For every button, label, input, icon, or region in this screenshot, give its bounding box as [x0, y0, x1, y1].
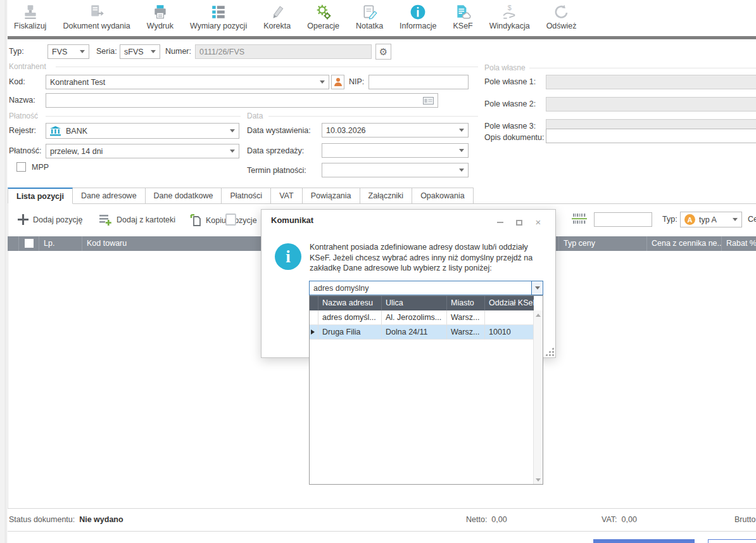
numeration-settings-button[interactable]: ⚙ — [375, 44, 391, 60]
ksef-button[interactable]: KSeF — [453, 0, 472, 30]
platnosc-combobox[interactable]: przelew, 14 dni — [46, 144, 239, 158]
data-group-label: Data — [247, 112, 267, 120]
kontrahent-kod-combobox[interactable]: Kontrahent Test — [46, 75, 329, 89]
notatka-button[interactable]: Notatka — [356, 0, 383, 30]
odswiez-button[interactable]: Odśwież — [546, 0, 577, 30]
add-from-catalog-label: Dodaj z kartoteki — [117, 215, 175, 224]
scroll-up-icon[interactable] — [534, 310, 543, 319]
wydruk-button[interactable]: Wydruk — [147, 0, 173, 30]
nazwa-input[interactable] — [46, 93, 438, 108]
copy-icon — [190, 214, 201, 226]
minimize-icon[interactable] — [496, 219, 505, 226]
chevron-down-icon — [230, 150, 235, 153]
wydruk-label: Wydruk — [147, 22, 173, 30]
opis-dokumentu-input[interactable] — [546, 129, 756, 143]
resize-grip[interactable] — [545, 347, 554, 356]
document-status-value: Nie wydano — [79, 515, 123, 524]
tab-dane-dodatkowe[interactable]: Dane dodatkowe — [146, 188, 222, 204]
address-grid-header-ulica[interactable]: Ulica — [382, 296, 447, 310]
application-window: Fiskalizuj Dokument wydania Wydruk Wymia… — [0, 0, 756, 543]
dialog-message: Kontrahent posiada zdefiniowane adresy d… — [310, 242, 549, 274]
secondary-action-button-partial[interactable] — [708, 539, 756, 543]
document-status: Status dokumentu: Nie wydano — [9, 513, 123, 527]
numer-label: Numer: — [165, 44, 191, 59]
svg-text:$: $ — [507, 4, 511, 11]
cell-ulica: Al. Jerozolims... — [382, 310, 447, 325]
primary-action-button-partial[interactable] — [593, 539, 695, 543]
person-icon — [334, 77, 343, 87]
tab-zalaczniki[interactable]: Załączniki — [360, 188, 413, 204]
rejestr-value: BANK — [66, 127, 87, 136]
copy-positions-button[interactable]: Kopiuj pozycje — [190, 214, 257, 226]
document-status-label: Status dokumentu: — [9, 515, 75, 524]
data-wystawienia-label: Data wystawienia: — [247, 124, 311, 138]
fiskalizuj-button[interactable]: Fiskalizuj — [14, 0, 46, 30]
termin-platnosci-picker[interactable] — [322, 163, 469, 177]
nip-label: NIP: — [349, 75, 364, 89]
address-grid-header-miasto[interactable]: Miasto — [447, 296, 485, 310]
korekta-button[interactable]: Korekta — [263, 0, 291, 30]
operacje-button[interactable]: Operacje — [307, 0, 339, 30]
address-combobox[interactable]: adres domyślny — [309, 281, 543, 295]
tab-powiazania[interactable]: Powiązania — [303, 188, 360, 204]
rejestr-label: Rejestr: — [9, 124, 36, 138]
seria-combobox[interactable]: sFVS — [120, 44, 160, 59]
data-sprzedazy-label: Data sprzedaży: — [247, 144, 304, 158]
vat-value: 0,00 — [622, 515, 637, 524]
tab-vat[interactable]: VAT — [271, 188, 302, 204]
address-row-selected[interactable]: Druga Filia Dolna 24/11 Warsz... 10010 — [310, 325, 534, 340]
address-card-icon[interactable] — [423, 97, 434, 105]
address-row-default[interactable]: adres domyśl... Al. Jerozolims... Warsz.… — [310, 310, 534, 325]
notatka-label: Notatka — [356, 22, 383, 30]
add-position-button[interactable]: Dodaj pozycję — [18, 214, 83, 225]
typ-combobox[interactable]: FVS — [47, 44, 89, 59]
statusbar-top-line — [8, 508, 756, 509]
cell-oddzial: 10010 — [485, 325, 534, 340]
cell-nazwa: Druga Filia — [318, 325, 382, 340]
informacje-label: Informacje — [400, 22, 436, 30]
wymiary-pozycji-button[interactable]: Wymiary pozycji — [190, 0, 247, 30]
barcode-scan-icon[interactable] — [572, 212, 587, 226]
position-search-input[interactable] — [594, 212, 652, 227]
tab-lista-pozycji[interactable]: Lista pozycji — [8, 188, 73, 204]
tab-opakowania[interactable]: Opakowania — [412, 188, 474, 204]
mpp-checkbox[interactable] — [16, 162, 26, 172]
address-grid-header-oddzial[interactable]: Oddział KSeF — [485, 296, 534, 310]
typ-value: FVS — [52, 48, 67, 56]
toolbar-button-partial-icon[interactable] — [225, 214, 236, 226]
typ-label: Typ: — [9, 44, 24, 59]
windykacja-button[interactable]: $ Windykacja — [489, 0, 530, 30]
list-plus-icon — [99, 214, 112, 226]
opis-dokumentu-label: Opis dokumentu: — [484, 131, 545, 145]
address-combobox-dropdown-button[interactable] — [531, 281, 543, 295]
grid-header-cena-z-cennika[interactable]: Cena z cennika ne... — [647, 236, 722, 251]
grid-header-typ-ceny[interactable]: Typ ceny — [559, 236, 647, 251]
rejestr-combobox[interactable]: BANK — [46, 123, 239, 139]
grid-header-lp[interactable]: Lp. — [39, 236, 82, 251]
maximize-icon[interactable] — [515, 219, 524, 226]
dokument-wydania-button[interactable]: Dokument wydania — [63, 0, 130, 30]
chevron-down-icon — [459, 129, 464, 132]
address-grid-header-nazwa[interactable]: Nazwa adresu — [318, 296, 382, 310]
close-icon[interactable]: × — [534, 219, 543, 226]
numer-value: 0111/26/FVS — [199, 48, 244, 56]
gear-icon: ⚙ — [379, 46, 387, 58]
tab-platnosci[interactable]: Płatności — [222, 188, 271, 204]
address-grid-scrollbar[interactable] — [533, 310, 543, 484]
nip-input[interactable] — [369, 75, 469, 89]
bank-icon — [50, 126, 61, 136]
scroll-down-icon[interactable] — [534, 475, 543, 484]
grid-header-rabat[interactable]: Rabat % — [722, 236, 756, 251]
informacje-button[interactable]: Informacje — [400, 0, 436, 30]
windykacja-label: Windykacja — [489, 22, 530, 30]
tab-dane-adresowe[interactable]: Dane adresowe — [73, 188, 146, 204]
netto-label: Netto: — [466, 515, 487, 524]
data-sprzedazy-picker[interactable] — [322, 143, 469, 158]
data-wystawienia-picker[interactable]: 10.03.2026 — [322, 123, 469, 137]
add-from-catalog-button[interactable]: Dodaj z kartoteki — [99, 214, 175, 226]
grid-select-all-cell[interactable] — [19, 236, 39, 251]
operacje-label: Operacje — [307, 22, 339, 30]
kontrahent-card-button[interactable] — [331, 75, 344, 89]
select-all-checkbox[interactable] — [25, 239, 34, 248]
price-type-combobox[interactable]: A typ A — [680, 212, 742, 227]
